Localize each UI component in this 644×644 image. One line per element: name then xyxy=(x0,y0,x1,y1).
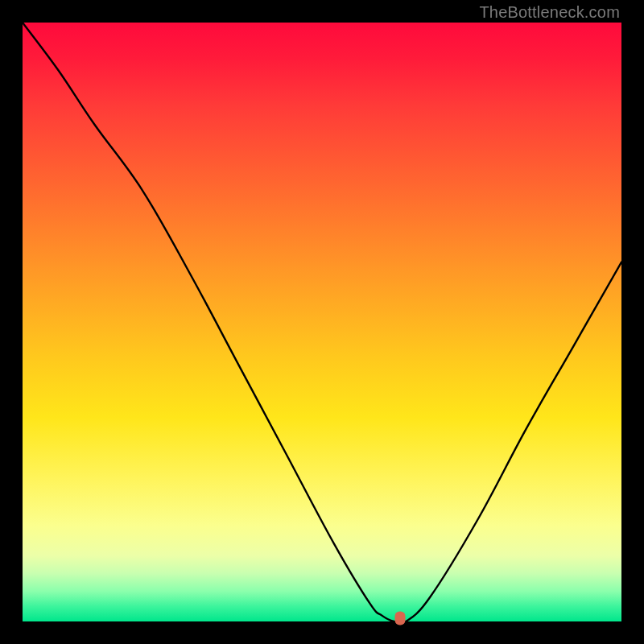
plot-area xyxy=(23,23,621,621)
bottleneck-curve xyxy=(23,23,621,621)
attribution-text: TheBottleneck.com xyxy=(479,3,620,22)
chart-frame: TheBottleneck.com xyxy=(0,0,644,644)
optimal-marker xyxy=(394,612,405,625)
